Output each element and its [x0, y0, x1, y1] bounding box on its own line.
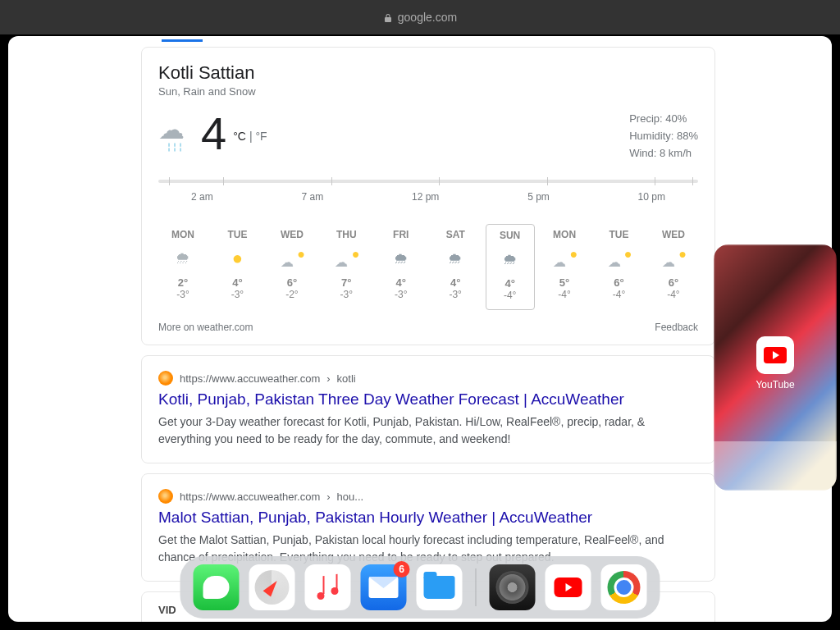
result-title[interactable]: Malot Sattian, Punjab, Pakistan Hourly W…: [158, 509, 698, 527]
result-source: https://www.accuweather.com: [180, 372, 320, 385]
dock-app-safari[interactable]: [249, 564, 295, 610]
dock: 6: [180, 556, 660, 619]
location-title: Kotli Sattian: [158, 62, 698, 84]
accuweather-icon: [158, 371, 173, 386]
forecast-day[interactable]: MON🌨2°-3°: [158, 224, 208, 310]
dock-app-youtube[interactable]: [546, 564, 591, 610]
address-bar[interactable]: google.com: [0, 0, 840, 34]
mail-badge: 6: [394, 561, 410, 578]
dock-app-mail[interactable]: 6: [361, 564, 407, 610]
youtube-app-icon[interactable]: [756, 336, 794, 374]
forecast-day[interactable]: WED●☁6°-4°: [649, 224, 698, 310]
dock-app-files[interactable]: [417, 564, 463, 610]
forecast-day[interactable]: THU●☁7°-3°: [322, 224, 371, 310]
browser-page: Kotli Sattian Sun, Rain and Snow ☁╎╎╎ 4 …: [8, 36, 832, 622]
forecast-day[interactable]: FRI🌧4°-3°: [377, 224, 426, 310]
dock-app-messages[interactable]: [194, 564, 240, 610]
forecast-row: MON🌨2°-3°TUE●4°-3°WED●☁6°-2°THU●☁7°-3°FR…: [158, 224, 698, 310]
forecast-day[interactable]: MON●☁5°-4°: [540, 224, 589, 310]
accuweather-icon: [158, 489, 173, 504]
timeline-label: 12 pm: [412, 191, 439, 203]
hourly-timeline[interactable]: 2 am 7 am 12 pm 5 pm 10 pm: [158, 180, 698, 203]
weather-stats: Precip: 40% Humidity: 88% Wind: 8 km/h: [629, 111, 698, 162]
result-title[interactable]: Kotli, Punjab, Pakistan Three Day Weathe…: [158, 390, 698, 409]
address-url: google.com: [398, 11, 457, 24]
forecast-day[interactable]: TUE●☁6°-4°: [595, 224, 644, 310]
current-weather-icon: ☁╎╎╎: [158, 117, 194, 150]
dock-app-settings[interactable]: [490, 564, 536, 610]
dock-app-music[interactable]: [305, 564, 351, 610]
forecast-day[interactable]: TUE●4°-3°: [212, 224, 262, 310]
timeline-label: 10 pm: [638, 191, 665, 203]
active-tab-indicator: [162, 39, 203, 42]
result-desc: Get your 3-Day weather forecast for Kotl…: [158, 413, 698, 448]
dock-app-chrome[interactable]: [601, 564, 647, 610]
weather-card: Kotli Sattian Sun, Rain and Snow ☁╎╎╎ 4 …: [141, 47, 715, 345]
search-result[interactable]: https://www.accuweather.com › kotli Kotl…: [141, 355, 715, 463]
slideover-panel[interactable]: YouTube: [714, 244, 837, 491]
more-weather-link[interactable]: More on weather.com: [158, 322, 253, 333]
stat-wind: Wind: 8 km/h: [629, 145, 698, 162]
current-temp: 4: [201, 111, 226, 157]
unit-celsius[interactable]: °C: [233, 130, 246, 143]
lock-icon: [383, 12, 393, 22]
result-crumb: hou...: [337, 491, 364, 503]
result-source: https://www.accuweather.com: [180, 491, 320, 503]
timeline-label: 5 pm: [527, 191, 550, 203]
stat-precip: Precip: 40%: [629, 111, 698, 128]
weather-summary: Sun, Rain and Snow: [158, 85, 698, 98]
forecast-day[interactable]: SAT🌧4°-3°: [431, 224, 480, 310]
stat-humidity: Humidity: 88%: [629, 128, 698, 145]
result-crumb: kotli: [337, 372, 356, 385]
feedback-link[interactable]: Feedback: [655, 322, 698, 333]
youtube-app-label: YouTube: [714, 379, 837, 390]
forecast-day[interactable]: SUN🌧4°-4°: [486, 224, 535, 310]
unit-fahrenheit[interactable]: °F: [256, 130, 267, 143]
timeline-label: 7 am: [301, 191, 323, 203]
forecast-day[interactable]: WED●☁6°-2°: [267, 224, 317, 310]
dock-divider: [476, 568, 477, 606]
unit-toggle[interactable]: °C|°F: [233, 130, 267, 143]
timeline-label: 2 am: [191, 191, 213, 203]
